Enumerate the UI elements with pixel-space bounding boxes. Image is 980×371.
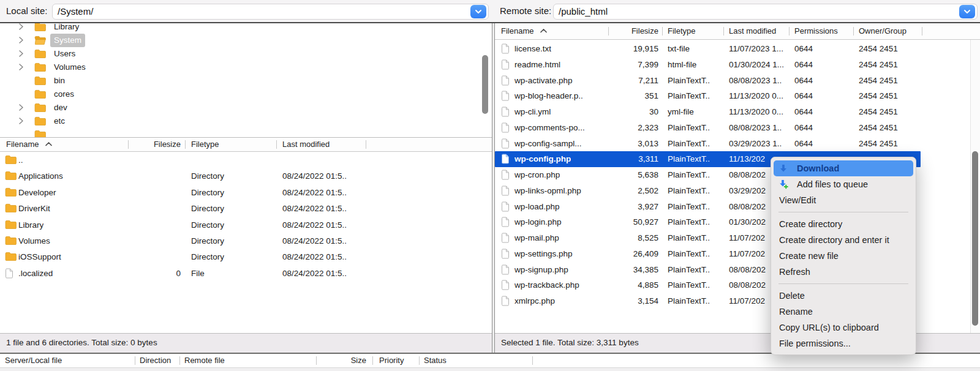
column-resize-handle[interactable] (316, 356, 317, 365)
local-file-row-DriverKit[interactable]: DriverKitDirectory08/24/2022 01:5.. (0, 201, 492, 217)
expander-chevron-icon[interactable] (18, 103, 26, 112)
column-resize-handle[interactable] (366, 140, 366, 149)
expander-chevron-icon[interactable] (18, 63, 26, 72)
local-tree-scrollbar-thumb[interactable] (482, 55, 488, 114)
column-header-server-local-file[interactable]: Server/Local file (5, 354, 62, 367)
local-site-dropdown-button[interactable] (470, 5, 486, 18)
local-file-row-Developer[interactable]: DeveloperDirectory08/24/2022 01:5.. (0, 185, 492, 201)
sort-ascending-icon (540, 28, 548, 33)
local-file-row-Volumes[interactable]: VolumesDirectory08/24/2022 01:5.. (0, 233, 492, 249)
column-resize-handle[interactable] (789, 27, 790, 36)
menu-item-create-directory-and-enter-it[interactable]: Create directory and enter it (774, 232, 913, 248)
column-header-last-modified[interactable]: Last modified (729, 24, 776, 38)
file-cell: 4,885 (587, 277, 658, 293)
remote-scrollbar-thumb[interactable] (972, 151, 978, 326)
file-cell: 08/08/202 (729, 262, 766, 278)
file-cell: readme.html (514, 57, 560, 73)
menu-item-download[interactable]: Download (774, 160, 913, 176)
column-header-filesize[interactable]: Filesize (119, 138, 181, 151)
column-resize-handle[interactable] (135, 356, 135, 365)
local-file-row-localized[interactable]: .localized0File08/24/2022 01:5.. (0, 266, 492, 282)
remote-site-dropdown-button[interactable] (959, 5, 975, 18)
column-header-filetype[interactable]: Filetype (191, 138, 219, 151)
remote-file-row-readmehtml[interactable]: readme.html7,399html-file01/30/2024 1...… (495, 57, 970, 73)
column-resize-handle[interactable] (128, 140, 129, 149)
column-resize-handle[interactable] (853, 27, 854, 36)
expander-chevron-icon[interactable] (18, 36, 26, 45)
remote-file-row-licensetxt[interactable]: license.txt19,915txt-file11/07/2023 1...… (495, 41, 970, 57)
file-cell: 2454 2451 (859, 57, 898, 73)
menu-item-label: Create new file (779, 251, 839, 261)
local-file-row-[interactable]: .. (0, 152, 492, 168)
column-header-filetype[interactable]: Filetype (668, 24, 696, 38)
expander-chevron-icon[interactable] (18, 117, 26, 126)
column-resize-handle[interactable] (608, 27, 609, 36)
column-header-priority[interactable]: Priority (379, 354, 404, 367)
file-cell: 11/07/2023 1... (729, 41, 783, 57)
column-resize-handle[interactable] (723, 27, 724, 36)
column-resize-handle[interactable] (185, 140, 186, 149)
menu-item-refresh[interactable]: Refresh (774, 264, 913, 280)
file-cell: 11/13/2020 0... (729, 88, 783, 104)
column-resize-handle[interactable] (419, 356, 420, 365)
tree-item-partial[interactable] (0, 128, 492, 137)
column-header-size[interactable]: Size (305, 354, 366, 367)
menu-item-label: Add files to queue (797, 179, 868, 189)
menu-item-copy-url-s-to-clipboard[interactable]: Copy URL(s) to clipboard (774, 320, 913, 335)
menu-item-create-directory[interactable]: Create directory (774, 216, 913, 232)
remote-file-row-wpblogheaderp[interactable]: wp-blog-header.p..351PlainTextT..11/13/2… (495, 88, 970, 104)
tree-item-dev[interactable]: dev (0, 101, 492, 114)
tree-item-label: dev (50, 101, 71, 114)
menu-item-delete[interactable]: Delete (774, 288, 913, 304)
tree-item-etc[interactable]: etc (0, 114, 492, 128)
menu-item-add-files-to-queue[interactable]: Add files to queue (774, 176, 913, 192)
file-cell: PlainTextT.. (668, 293, 710, 309)
column-header-remote-file[interactable]: Remote file (184, 354, 225, 367)
tree-item-bin[interactable]: bin (0, 74, 492, 88)
local-file-row-Library[interactable]: LibraryDirectory08/24/2022 01:5.. (0, 217, 492, 233)
remote-file-row-wpconfigsampl[interactable]: wp-config-sampl...3,013PlainTextT..03/29… (495, 136, 970, 152)
remote-site-path-field[interactable]: /public_html (553, 4, 978, 20)
column-resize-handle[interactable] (372, 356, 373, 365)
column-header-status[interactable]: Status (424, 354, 447, 367)
column-resize-handle[interactable] (179, 356, 180, 365)
column-resize-handle[interactable] (532, 356, 533, 365)
column-header-permissions[interactable]: Permissions (794, 24, 838, 38)
column-resize-handle[interactable] (276, 140, 277, 149)
column-header-filename[interactable]: Filename (501, 24, 548, 38)
local-file-row-iOSSupport[interactable]: iOSSupportDirectory08/24/2022 01:5.. (0, 249, 492, 265)
remote-site-label: Remote site: (500, 6, 551, 16)
remote-file-row-wpcommentspo[interactable]: wp-comments-po...2,323PlainTextT..08/08/… (495, 120, 970, 136)
tree-item-system[interactable]: System (0, 34, 492, 47)
file-cell: 2,323 (587, 120, 658, 136)
file-cell: 19,915 (587, 41, 658, 57)
local-file-row-Applications[interactable]: ApplicationsDirectory08/24/2022 01:5.. (0, 168, 492, 184)
tree-item-library[interactable]: Library (0, 23, 492, 34)
local-site-path-field[interactable]: /System/ (52, 4, 489, 20)
expander-chevron-icon[interactable] (18, 23, 26, 31)
column-resize-handle[interactable] (662, 27, 663, 36)
tree-item-volumes[interactable]: Volumes (0, 61, 492, 74)
file-cell: 7,399 (587, 57, 658, 73)
folder-icon (34, 62, 46, 72)
column-header-filename[interactable]: Filename (6, 138, 53, 151)
file-cell (119, 168, 181, 184)
tree-item-users[interactable]: Users (0, 47, 492, 61)
file-cell: PlainTextT.. (668, 199, 710, 215)
file-cell: wp-config.php (514, 151, 571, 167)
expander-chevron-icon[interactable] (18, 50, 26, 58)
column-header-filesize[interactable]: Filesize (597, 24, 658, 38)
remote-file-row-wpactivatephp[interactable]: wp-activate.php7,211PlainTextT..08/08/20… (495, 73, 970, 89)
column-header-last-modified[interactable]: Last modified (282, 138, 330, 151)
menu-item-rename[interactable]: Rename (774, 304, 913, 320)
menu-item-view-edit[interactable]: View/Edit (774, 192, 913, 208)
tree-item-cores[interactable]: cores (0, 88, 492, 101)
menu-item-file-permissions[interactable]: File permissions... (774, 335, 913, 351)
menu-item-create-new-file[interactable]: Create new file (774, 248, 913, 264)
column-resize-handle[interactable] (922, 27, 922, 36)
file-cell: Directory (191, 217, 224, 233)
remote-file-row-wpcliyml[interactable]: wp-cli.yml30yml-file11/13/2020 0...06442… (495, 104, 970, 120)
column-header-direction[interactable]: Direction (140, 354, 171, 367)
column-header-owner-group[interactable]: Owner/Group (859, 24, 907, 38)
file-cell: PlainTextT.. (668, 277, 710, 293)
